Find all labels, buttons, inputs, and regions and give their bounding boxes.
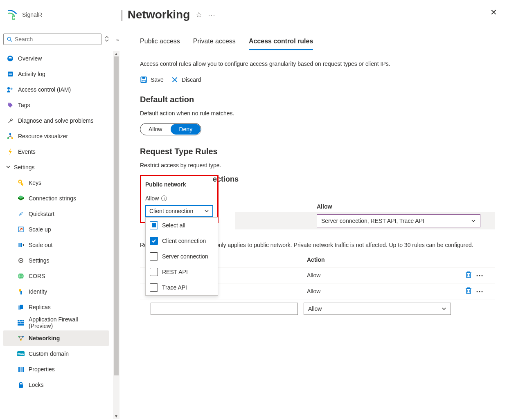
sidebar-item-tags[interactable]: Tags xyxy=(3,97,109,113)
trash-icon xyxy=(465,287,472,294)
wrench-icon xyxy=(7,117,14,124)
svg-rect-56 xyxy=(468,287,470,288)
tab-description: Access control rules allow you to config… xyxy=(140,61,495,67)
svg-rect-40 xyxy=(23,367,24,372)
sidebar-item-scale-up[interactable]: Scale up xyxy=(3,222,109,237)
sidebar-item-networking[interactable]: Networking xyxy=(3,330,109,346)
toggle-allow[interactable]: Allow xyxy=(140,124,170,135)
chevron-down-icon xyxy=(471,218,476,223)
public-network-panel: Public network Allow i Client connection… xyxy=(140,175,219,223)
sidebar-group-settings[interactable]: Settings xyxy=(3,159,109,175)
sidebar-item-events[interactable]: Events xyxy=(3,144,109,159)
sidebar-item-properties[interactable]: Properties xyxy=(3,362,109,377)
sidebar-label: Settings xyxy=(29,257,50,264)
close-icon[interactable]: ✕ xyxy=(490,7,497,17)
new-action-dropdown[interactable]: Allow xyxy=(304,303,451,315)
dropdown-value: Server connection, REST API, Trace API xyxy=(321,218,424,224)
option-rest-api[interactable]: REST API xyxy=(146,264,218,280)
sidebar-label: Properties xyxy=(29,366,55,373)
lock-icon xyxy=(17,381,25,389)
svg-point-1 xyxy=(7,37,11,40)
sidebar-item-cors[interactable]: CORS xyxy=(3,268,109,284)
svg-rect-44 xyxy=(142,80,145,82)
option-trace-api[interactable]: Trace API xyxy=(146,280,218,295)
scroll-down-icon[interactable]: ▼ xyxy=(113,413,119,419)
row-more-icon[interactable]: ⋯ xyxy=(476,287,484,296)
checkbox-checked-icon xyxy=(150,237,158,245)
sidebar-item-iam[interactable]: Access control (IAM) xyxy=(3,82,109,97)
sidebar-item-overview[interactable]: Overview xyxy=(3,51,109,66)
sidebar-item-identity[interactable]: Identity xyxy=(3,284,109,299)
firewall-icon xyxy=(17,319,25,326)
svg-rect-47 xyxy=(466,273,471,278)
sidebar-label: Quickstart xyxy=(29,211,54,217)
sidebar-resize-icon[interactable] xyxy=(105,36,109,43)
favorite-star-icon[interactable]: ☆ xyxy=(196,10,202,19)
discard-button[interactable]: Discard xyxy=(171,76,201,83)
save-button[interactable]: Save xyxy=(140,76,164,83)
discard-label: Discard xyxy=(182,76,201,83)
search-row xyxy=(3,34,109,45)
new-rule-row: Allow xyxy=(140,299,495,318)
sidebar-item-quickstart[interactable]: Quickstart xyxy=(3,206,109,222)
replicas-icon xyxy=(17,303,25,311)
request-type-rules-desc: Restrict access by request type. xyxy=(140,162,495,168)
private-endpoint-allow-header: Allow xyxy=(317,203,495,210)
sidebar-item-replicas[interactable]: Replicas xyxy=(3,299,109,315)
delete-row-button[interactable] xyxy=(465,271,472,280)
search-icon xyxy=(7,36,12,42)
sidebar-label: Locks xyxy=(29,382,44,388)
sidebar-item-locks[interactable]: Locks xyxy=(3,377,109,393)
tab-access-control-rules[interactable]: Access control rules xyxy=(249,38,313,50)
action-value: Allow xyxy=(307,272,465,279)
sidebar-item-connection-strings[interactable]: Connection strings xyxy=(3,191,109,206)
svg-rect-16 xyxy=(18,243,20,247)
svg-text:www: www xyxy=(17,353,25,355)
info-icon[interactable]: i xyxy=(161,195,167,201)
tab-private-access[interactable]: Private access xyxy=(193,38,236,50)
page-title: Networking xyxy=(128,8,190,21)
sidebar-item-application-firewall[interactable]: Application Firewall (Preview) xyxy=(3,315,109,330)
scale-up-icon xyxy=(17,226,25,233)
toggle-deny[interactable]: Deny xyxy=(171,124,201,135)
option-client-connection[interactable]: Client connection xyxy=(146,233,218,249)
scroll-up-icon[interactable]: ▲ xyxy=(113,51,119,56)
sidebar-item-custom-domain[interactable]: wwwCustom domain xyxy=(3,346,109,362)
sidebar-settings-subnav: Keys Connection strings Quickstart Scale… xyxy=(3,175,109,393)
svg-rect-38 xyxy=(18,367,20,372)
sidebar-label: Networking xyxy=(29,335,60,341)
private-endpoint-allow-dropdown[interactable]: Server connection, REST API, Trace API xyxy=(317,214,480,227)
default-action-desc: Default action when no rule matches. xyxy=(140,110,495,117)
allow-request-type-dropdown[interactable]: Client connection xyxy=(145,205,213,217)
checkbox-partial-icon xyxy=(150,221,158,229)
networking-icon xyxy=(17,335,25,342)
row-more-icon[interactable]: ⋯ xyxy=(476,271,484,280)
dropdown-value: Allow xyxy=(308,305,322,312)
sidebar-label: Replicas xyxy=(29,304,51,310)
search-box[interactable] xyxy=(3,34,101,45)
more-actions-icon[interactable]: ⋯ xyxy=(208,10,216,19)
sidebar-item-settings[interactable]: Settings xyxy=(3,253,109,268)
option-label: REST API xyxy=(162,269,188,275)
svg-rect-39 xyxy=(20,367,22,372)
brand-name: SignalR xyxy=(22,11,42,18)
lightning-icon xyxy=(7,148,14,155)
sidebar-scrollbar-thumb[interactable] xyxy=(114,56,119,375)
svg-rect-24 xyxy=(20,291,22,294)
sidebar-scrollbar[interactable]: ▲ ▼ xyxy=(113,51,119,419)
sidebar-item-activity-log[interactable]: Activity log xyxy=(3,66,109,82)
option-select-all[interactable]: Select all xyxy=(146,218,218,233)
delete-row-button[interactable] xyxy=(465,287,472,296)
brand: SignalR xyxy=(0,9,115,20)
sidebar-item-keys[interactable]: Keys xyxy=(3,175,109,191)
properties-icon xyxy=(17,366,25,373)
new-cidr-input[interactable] xyxy=(151,303,298,315)
search-input[interactable] xyxy=(15,36,98,43)
tab-public-access[interactable]: Public access xyxy=(140,38,180,50)
collapse-sidebar-icon[interactable]: « xyxy=(116,37,119,43)
option-server-connection[interactable]: Server connection xyxy=(146,249,218,264)
svg-line-2 xyxy=(10,40,12,42)
sidebar-item-resource-visualizer[interactable]: Resource visualizer xyxy=(3,128,109,144)
sidebar-item-scale-out[interactable]: Scale out xyxy=(3,237,109,253)
sidebar-item-diagnose[interactable]: Diagnose and solve problems xyxy=(3,113,109,128)
